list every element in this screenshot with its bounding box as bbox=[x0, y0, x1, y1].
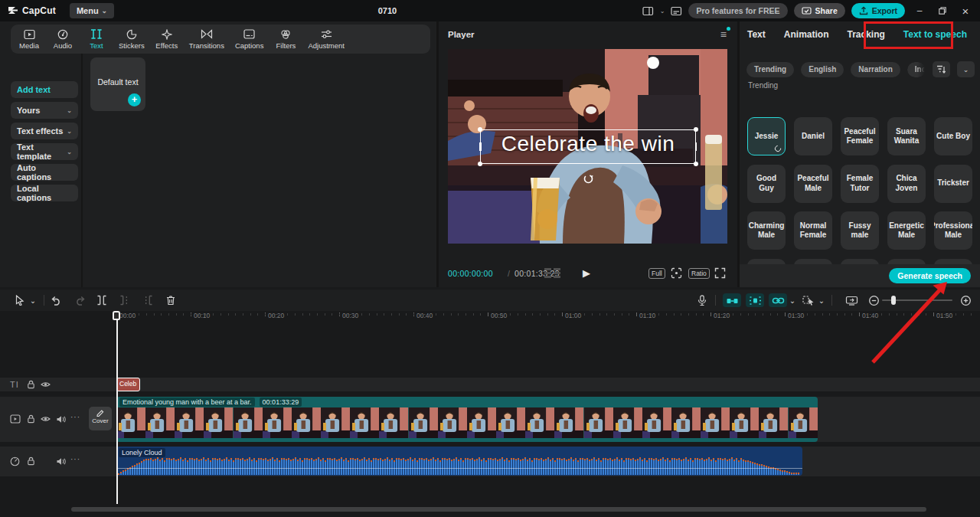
share-button[interactable]: Share bbox=[794, 3, 845, 18]
undo-button[interactable] bbox=[49, 293, 63, 307]
render-preview-button[interactable] bbox=[844, 293, 859, 307]
record-voiceover-button[interactable] bbox=[695, 293, 709, 307]
notes-panel-icon[interactable] bbox=[671, 6, 682, 16]
lock-icon[interactable] bbox=[27, 456, 35, 466]
chip-narration[interactable]: Narration bbox=[851, 62, 900, 77]
voice-card-trickster[interactable]: Trickster bbox=[934, 165, 972, 203]
voice-card-serious-male[interactable]: Serious Male bbox=[794, 259, 832, 265]
horizontal-scrollbar[interactable] bbox=[71, 507, 926, 512]
lock-icon[interactable] bbox=[27, 414, 35, 424]
split-right-button[interactable] bbox=[141, 293, 155, 307]
split-button[interactable] bbox=[95, 293, 109, 307]
zoom-in-button[interactable] bbox=[959, 293, 972, 307]
audio-clip[interactable]: Lonely Cloud bbox=[116, 447, 802, 476]
handle-top-right[interactable] bbox=[694, 127, 698, 132]
voice-card-suara-wanita[interactable]: Suara Wanita bbox=[887, 117, 926, 155]
more-options-icon[interactable]: ··· bbox=[70, 413, 80, 421]
layout-icon[interactable] bbox=[642, 6, 654, 16]
handle-right[interactable] bbox=[695, 142, 697, 151]
voice-card-energetic-male[interactable]: Energetic Male bbox=[887, 211, 926, 250]
speed-dial-icon[interactable] bbox=[10, 456, 20, 466]
rotate-handle-icon[interactable] bbox=[583, 173, 594, 185]
eye-icon[interactable] bbox=[41, 381, 51, 388]
ribbon-tab-adjustment[interactable]: Adjustment bbox=[304, 25, 348, 53]
minimize-button[interactable]: – bbox=[911, 2, 928, 19]
voice-card-peaceful-male[interactable]: Peaceful Male bbox=[794, 165, 832, 203]
ribbon-tab-transitions[interactable]: Transitions bbox=[185, 25, 228, 53]
redo-button[interactable] bbox=[74, 293, 87, 307]
voice-card-peaceful-female[interactable]: Peaceful Female bbox=[841, 117, 879, 155]
handle-bottom-left[interactable] bbox=[478, 162, 482, 166]
sidebar-item-text-template[interactable]: Text template⌄ bbox=[11, 143, 78, 160]
focus-icon[interactable] bbox=[671, 267, 682, 279]
voice-card-normal-female[interactable]: Normal Female bbox=[794, 211, 832, 250]
handle-left[interactable] bbox=[479, 142, 482, 151]
chevron-down-icon[interactable]: ⌄ bbox=[818, 293, 825, 307]
chip-indon[interactable]: Indon bbox=[907, 62, 926, 77]
pro-features-button[interactable]: Pro features for FREE bbox=[688, 3, 787, 18]
video-overlay-text[interactable]: Celebrate the win bbox=[481, 132, 695, 156]
menu-button[interactable]: Menu ⌄ bbox=[70, 3, 114, 18]
edit-cover-button[interactable]: Cover bbox=[89, 407, 112, 430]
voice-card-good-guy[interactable]: Good Guy bbox=[747, 165, 786, 203]
chevron-down-icon[interactable]: ⌄ bbox=[660, 8, 665, 15]
video-clip[interactable]: Emotional young man with a beer at a bar… bbox=[116, 397, 818, 442]
chip-trending[interactable]: Trending bbox=[746, 62, 794, 77]
preview-axis-toggle[interactable] bbox=[723, 293, 741, 307]
ribbon-tab-captions[interactable]: Captions bbox=[231, 25, 268, 53]
ribbon-tab-filters[interactable]: Filters bbox=[270, 25, 301, 53]
zoom-slider-handle[interactable] bbox=[891, 296, 896, 305]
voice-card-female-tutor[interactable]: Female Tutor bbox=[841, 165, 879, 203]
voice-card-cute-boy[interactable]: Cute Boy bbox=[934, 117, 972, 155]
auto-snap-toggle[interactable] bbox=[746, 293, 764, 307]
play-button[interactable]: ▶ bbox=[583, 267, 590, 279]
tab-text[interactable]: Text bbox=[747, 29, 766, 40]
handle-bottom-right[interactable] bbox=[694, 162, 698, 166]
voice-expand-button[interactable]: ⌄ bbox=[957, 61, 975, 77]
player-menu-icon[interactable]: ≡ bbox=[720, 28, 727, 41]
voice-card-noisy-doll[interactable]: Noisy Doll bbox=[747, 259, 786, 265]
playhead-handle[interactable] bbox=[113, 311, 120, 320]
speaker-icon[interactable] bbox=[56, 457, 66, 466]
voice-card-fussy-male[interactable]: Fussy male bbox=[841, 211, 879, 250]
video-preview[interactable]: Celebrate the win bbox=[448, 49, 727, 244]
text-clip[interactable]: Celeb bbox=[116, 378, 140, 391]
close-button[interactable]: × bbox=[957, 2, 974, 19]
generate-speech-button[interactable]: Generate speech bbox=[889, 268, 971, 283]
video-track-icon[interactable] bbox=[10, 414, 21, 424]
fullscreen-icon[interactable] bbox=[714, 267, 726, 279]
full-button[interactable]: Full bbox=[648, 268, 665, 279]
voice-card-professional-male[interactable]: Professional Male bbox=[934, 211, 972, 250]
sidebar-item-local-captions[interactable]: Local captions bbox=[11, 185, 78, 201]
voice-card-valley-girl[interactable]: Valley Girl bbox=[841, 259, 879, 265]
chevron-down-icon[interactable]: ⌄ bbox=[28, 293, 38, 307]
voice-card-chica-joven[interactable]: Chica Joven bbox=[887, 165, 926, 203]
voice-card-charming-male[interactable]: Charming Male bbox=[747, 211, 786, 250]
sidebar-item-yours[interactable]: Yours⌄ bbox=[11, 102, 78, 119]
select-mode-button[interactable] bbox=[801, 293, 816, 307]
split-left-button[interactable] bbox=[118, 293, 132, 307]
voice-sort-button[interactable] bbox=[933, 61, 950, 77]
eye-icon[interactable] bbox=[41, 415, 51, 423]
chip-english[interactable]: English bbox=[801, 62, 844, 77]
ribbon-tab-text[interactable]: Text bbox=[81, 25, 112, 53]
ratio-button[interactable]: Ratio bbox=[688, 268, 710, 279]
sidebar-item-auto-captions[interactable]: Auto captions bbox=[11, 164, 78, 181]
export-button[interactable]: Export bbox=[851, 3, 905, 18]
voice-card-storyteller-female[interactable]: Storyteller Female bbox=[887, 259, 926, 265]
sidebar-item-add-text[interactable]: Add text bbox=[11, 81, 78, 98]
tab-animation[interactable]: Animation bbox=[784, 29, 829, 40]
linking-toggle[interactable] bbox=[769, 293, 787, 307]
timeline-ruler[interactable]: 00:0000:1000:2000:3000:4000:5001:0001:10… bbox=[0, 311, 980, 323]
ribbon-tab-effects[interactable]: Effects bbox=[152, 25, 182, 53]
tab-tracking[interactable]: Tracking bbox=[847, 29, 884, 40]
timeline-zoom-slider[interactable] bbox=[882, 299, 952, 301]
ribbon-tab-media[interactable]: Media bbox=[14, 25, 44, 53]
voice-card-jessie[interactable]: Jessie bbox=[747, 117, 786, 155]
more-options-icon[interactable]: ··· bbox=[70, 455, 80, 463]
ribbon-tab-stickers[interactable]: Stickers bbox=[115, 25, 149, 53]
add-default-text-button[interactable]: + bbox=[128, 93, 141, 106]
handle-top-left[interactable] bbox=[478, 127, 482, 132]
zoom-out-button[interactable] bbox=[867, 293, 880, 307]
voice-card-wacky[interactable]: Wacky bbox=[934, 259, 972, 265]
